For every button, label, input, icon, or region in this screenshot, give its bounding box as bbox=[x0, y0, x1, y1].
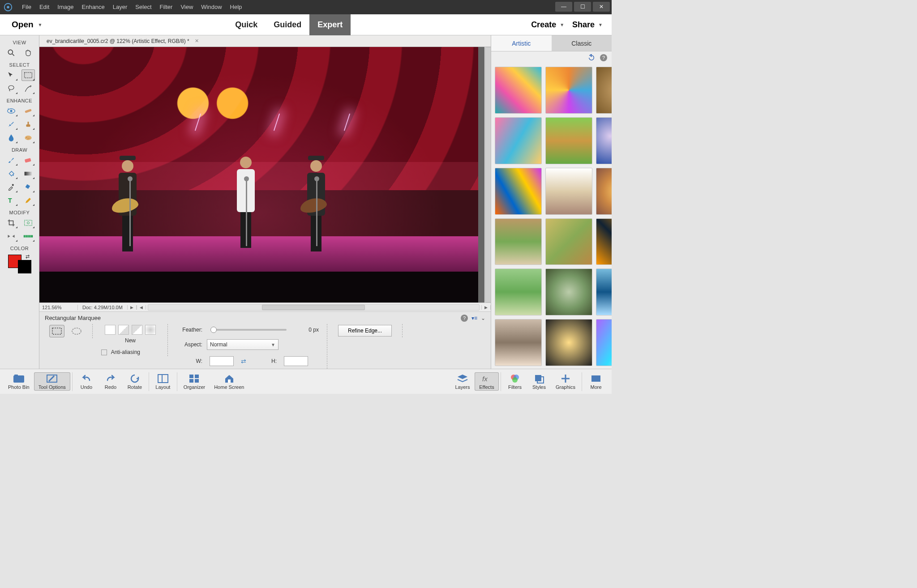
selection-new-icon[interactable] bbox=[105, 325, 116, 335]
effect-thumbnail[interactable] bbox=[545, 168, 592, 215]
effect-thumbnail[interactable] bbox=[495, 218, 542, 265]
effect-thumbnail[interactable] bbox=[495, 319, 542, 366]
effects-tab-artistic[interactable]: Artistic bbox=[491, 35, 552, 51]
vertical-scrollbar[interactable] bbox=[484, 47, 491, 303]
panel-menu-icon[interactable]: ▾≡ bbox=[471, 315, 477, 321]
close-tab-icon[interactable]: ✕ bbox=[193, 38, 201, 44]
menu-layer[interactable]: Layer bbox=[109, 0, 132, 14]
window-minimize-button[interactable]: — bbox=[555, 2, 572, 12]
taskbar-undo[interactable]: Undo bbox=[74, 372, 99, 391]
effect-thumbnail[interactable] bbox=[545, 67, 592, 114]
redeye-tool[interactable]: + bbox=[4, 105, 18, 117]
taskbar-photo-bin[interactable]: Photo Bin bbox=[4, 372, 34, 391]
lasso-tool[interactable] bbox=[4, 83, 18, 94]
effect-thumbnail[interactable] bbox=[596, 268, 612, 315]
quick-select-tool[interactable] bbox=[21, 83, 35, 94]
menu-enhance[interactable]: Enhance bbox=[78, 0, 109, 14]
straighten-tool[interactable] bbox=[21, 230, 35, 242]
taskbar-graphics[interactable]: Graphics bbox=[551, 372, 580, 391]
taskbar-effects[interactable]: fxEffects bbox=[475, 372, 499, 391]
menu-view[interactable]: View bbox=[176, 0, 197, 14]
taskbar-more[interactable]: More bbox=[584, 372, 608, 391]
brush-tool[interactable] bbox=[4, 154, 18, 166]
effect-thumbnail[interactable] bbox=[545, 218, 592, 265]
help-icon[interactable]: ? bbox=[461, 315, 468, 322]
mode-tab-quick[interactable]: Quick bbox=[227, 14, 266, 35]
menu-file[interactable]: File bbox=[18, 0, 35, 14]
horizontal-scrollbar[interactable] bbox=[148, 304, 480, 311]
mode-tab-expert[interactable]: Expert bbox=[309, 14, 351, 35]
effect-thumbnail[interactable] bbox=[596, 319, 612, 366]
swap-wh-icon[interactable]: ⇄ bbox=[241, 358, 246, 365]
share-menu[interactable]: Share▼ bbox=[572, 20, 603, 30]
panel-help-icon[interactable]: ? bbox=[600, 54, 607, 61]
swap-colors-icon[interactable]: ⇄ bbox=[26, 254, 30, 260]
create-menu[interactable]: Create▼ bbox=[531, 20, 564, 30]
effect-thumbnail[interactable] bbox=[596, 67, 612, 114]
marquee-rect-option[interactable] bbox=[49, 325, 64, 337]
selection-add-icon[interactable] bbox=[118, 325, 129, 335]
background-color[interactable] bbox=[18, 260, 31, 273]
aspect-combo[interactable]: Normal ▼ bbox=[207, 339, 279, 350]
height-input[interactable] bbox=[284, 356, 308, 366]
zoom-tool[interactable] bbox=[4, 47, 18, 59]
sponge-tool[interactable] bbox=[21, 132, 35, 144]
crop-tool[interactable] bbox=[4, 217, 18, 229]
taskbar-styles[interactable]: Styles bbox=[527, 372, 551, 391]
width-input[interactable] bbox=[210, 356, 234, 366]
window-close-button[interactable]: ✕ bbox=[593, 2, 610, 12]
taskbar-layers[interactable]: Layers bbox=[450, 372, 475, 391]
zoom-level[interactable]: 121.56% bbox=[39, 305, 78, 310]
shape-tool[interactable] bbox=[21, 181, 35, 193]
anti-aliasing-checkbox[interactable] bbox=[101, 349, 107, 355]
pencil-tool[interactable] bbox=[21, 195, 35, 206]
menu-filter[interactable]: Filter bbox=[156, 0, 177, 14]
menu-select[interactable]: Select bbox=[131, 0, 155, 14]
type-tool[interactable]: T bbox=[4, 195, 18, 206]
taskbar-tool-options[interactable]: Tool Options bbox=[34, 372, 70, 391]
status-caret-icon[interactable]: ▶ bbox=[127, 305, 137, 310]
effects-tab-classic[interactable]: Classic bbox=[552, 35, 612, 51]
effect-thumbnail[interactable] bbox=[545, 268, 592, 315]
menu-image[interactable]: Image bbox=[53, 0, 77, 14]
reset-effect-icon[interactable] bbox=[587, 54, 596, 61]
selection-subtract-icon[interactable] bbox=[132, 325, 142, 335]
feather-slider[interactable] bbox=[210, 329, 287, 331]
taskbar-home-screen[interactable]: Home Screen bbox=[210, 372, 249, 391]
taskbar-redo[interactable]: Redo bbox=[99, 372, 123, 391]
blur-tool[interactable] bbox=[4, 132, 18, 144]
hand-tool[interactable] bbox=[21, 47, 35, 59]
effect-thumbnail[interactable] bbox=[495, 168, 542, 215]
marquee-tool[interactable] bbox=[21, 69, 35, 81]
document-tab[interactable]: ev_brandicarlile_0005.cr2 @ 122% (Artist… bbox=[44, 38, 203, 44]
move-tool[interactable] bbox=[4, 69, 18, 81]
collapse-panel-icon[interactable]: ⌄ bbox=[481, 315, 485, 321]
hscroll-right-icon[interactable]: ▶ bbox=[481, 305, 491, 310]
effect-thumbnail[interactable] bbox=[495, 268, 542, 315]
effect-thumbnail[interactable] bbox=[596, 218, 612, 265]
color-wells[interactable]: ⇄ bbox=[7, 254, 32, 273]
marquee-ellipse-option[interactable] bbox=[69, 325, 84, 337]
taskbar-rotate[interactable]: Rotate bbox=[123, 372, 147, 391]
effect-thumbnail[interactable] bbox=[545, 117, 592, 164]
paint-bucket-tool[interactable] bbox=[4, 168, 18, 179]
open-button[interactable]: Open ▼ bbox=[6, 20, 47, 30]
menu-edit[interactable]: Edit bbox=[35, 0, 53, 14]
content-aware-move-tool[interactable] bbox=[4, 230, 18, 242]
effect-thumbnail[interactable] bbox=[545, 319, 592, 366]
window-maximize-button[interactable]: ☐ bbox=[574, 2, 591, 12]
taskbar-layout[interactable]: Layout bbox=[151, 372, 175, 391]
smart-brush-tool[interactable] bbox=[4, 119, 18, 130]
hscroll-left-icon[interactable]: ◀ bbox=[137, 305, 146, 310]
eyedropper-tool[interactable] bbox=[4, 181, 18, 193]
effect-thumbnail[interactable] bbox=[596, 168, 612, 215]
refine-edge-button[interactable]: Refine Edge... bbox=[338, 325, 392, 337]
spot-heal-tool[interactable] bbox=[21, 105, 35, 117]
mode-tab-guided[interactable]: Guided bbox=[266, 14, 309, 35]
clone-stamp-tool[interactable] bbox=[21, 119, 35, 130]
canvas[interactable] bbox=[39, 47, 484, 303]
gradient-tool[interactable] bbox=[21, 168, 35, 179]
menu-help[interactable]: Help bbox=[226, 0, 246, 14]
menu-window[interactable]: Window bbox=[197, 0, 226, 14]
taskbar-organizer[interactable]: Organizer bbox=[179, 372, 210, 391]
